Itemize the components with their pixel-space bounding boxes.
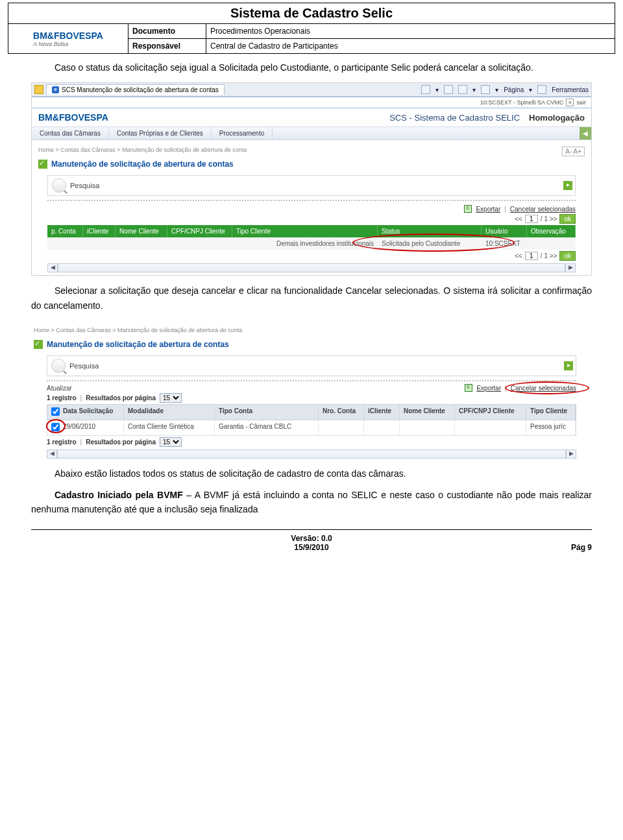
pager-top: << / 1 >> ok bbox=[47, 214, 576, 224]
col-icliente: iCliente bbox=[83, 225, 116, 237]
col-status: Status bbox=[378, 225, 482, 237]
count-label-2: 1 registro bbox=[47, 438, 77, 446]
tab-title: SCS Manutenção de solicitação de abertur… bbox=[62, 86, 219, 93]
count-label: 1 registro bbox=[47, 394, 77, 402]
app-header: BM&FBOVESPA SCS - Sistema de Cadastro SE… bbox=[32, 108, 591, 127]
meta-table: Documento Procedimentos Operacionais Res… bbox=[128, 24, 615, 53]
paragraph-1: Caso o status da solicitação seja igual … bbox=[31, 60, 592, 75]
meta-label-documento: Documento bbox=[128, 24, 206, 38]
tools-icon[interactable] bbox=[537, 85, 546, 94]
export-link-2[interactable]: Exportar bbox=[476, 385, 501, 392]
ie-icon: e bbox=[52, 86, 59, 93]
paragraph-3: Abaixo estão listados todos os status de… bbox=[31, 466, 592, 481]
scroll-right-icon[interactable]: ▶ bbox=[565, 263, 576, 272]
col-obs: Observação bbox=[527, 225, 576, 237]
expand-icon-2[interactable]: ▸ bbox=[564, 361, 573, 370]
results-label: Resultados por página bbox=[86, 394, 156, 402]
cell-status: Solicitada pelo Custodiante bbox=[378, 237, 482, 250]
pager-total: / 1 >> bbox=[541, 215, 557, 222]
results-label-2: Resultados por página bbox=[86, 438, 156, 446]
cell-tipoconta: Garantia - Câmara CBLC bbox=[215, 420, 319, 435]
homolog-label: Homologação bbox=[529, 113, 585, 123]
page-menu[interactable]: Página bbox=[504, 86, 524, 93]
pager-prev-2[interactable]: << bbox=[515, 252, 522, 259]
export-toolbar: Exportar | Cancelar selecionadas bbox=[47, 205, 576, 213]
mail-icon[interactable] bbox=[458, 85, 467, 94]
feed-icon[interactable] bbox=[444, 85, 453, 94]
meta-value-documento: Procedimentos Operacionais bbox=[206, 24, 615, 38]
app-logo: BM&FBOVESPA bbox=[38, 112, 108, 123]
favorites-icon[interactable] bbox=[34, 85, 43, 94]
grid-row[interactable]: Demais investidores institucionais Solic… bbox=[47, 237, 576, 250]
perpage-select[interactable]: 15 bbox=[160, 393, 182, 403]
pager-bottom: << / 1 >> ok bbox=[47, 251, 576, 261]
meta-label-responsavel: Responsável bbox=[128, 39, 206, 53]
col2-icliente: iCliente bbox=[364, 405, 400, 420]
paragraph-2: Selecionar a solicitação que deseja canc… bbox=[31, 283, 592, 313]
excel-icon bbox=[464, 205, 472, 213]
scrollbar-2[interactable]: ◀ ▶ bbox=[47, 450, 576, 459]
section-header: Manutenção de solicitação de abertura de… bbox=[32, 156, 562, 173]
grid2-row[interactable]: 29/06/2010 Conta Cliente Sintética Garan… bbox=[47, 420, 576, 436]
col2-tipoconta: Tipo Conta bbox=[215, 405, 319, 420]
scroll-right-icon-2[interactable]: ▶ bbox=[566, 450, 576, 459]
menu-contas-camaras[interactable]: Contas das Câmaras bbox=[32, 127, 109, 139]
cell-tipo-cliente: Demais investidores institucionais bbox=[232, 237, 378, 250]
pager-prev[interactable]: << bbox=[515, 215, 522, 222]
close-icon[interactable]: × bbox=[566, 99, 574, 106]
col2-nroconta: Nro. Conta bbox=[319, 405, 364, 420]
scroll-left-icon-2[interactable]: ◀ bbox=[47, 450, 57, 459]
app-menu: Contas das Câmaras Contas Próprias e de … bbox=[32, 127, 591, 140]
search-bar[interactable]: Pesquisa ▸ bbox=[47, 175, 576, 196]
paragraph-4: Cadastro Iniciado pela BVMF – A BVMF já … bbox=[31, 488, 592, 517]
paragraph-1-text: Caso o status da solicitação seja igual … bbox=[55, 62, 533, 73]
browser-tab[interactable]: e SCS Manutenção de solicitação de abert… bbox=[46, 84, 225, 95]
col2-cpf: CPF/CNPJ Cliente bbox=[455, 405, 526, 420]
pager-ok-button[interactable]: ok bbox=[559, 214, 576, 224]
breadcrumb-text: Home > Contas das Câmaras > Manutenção d… bbox=[38, 147, 247, 153]
perpage-select-2[interactable]: 15 bbox=[160, 437, 182, 447]
session-strip: 10:SCSEXT - Spinelli SA CVMC × sair bbox=[32, 97, 591, 108]
tools-menu[interactable]: Ferramentas bbox=[552, 86, 589, 93]
menu-processamento[interactable]: Processamento bbox=[212, 127, 273, 139]
search-label-2: Pesquisa bbox=[69, 362, 99, 370]
logo-main: BM&FBOVESPA bbox=[33, 30, 103, 41]
logo-cell: BM&FBOVESPA A Nova Bolsa bbox=[8, 24, 128, 53]
paragraph-2-text: Selecionar a solicitação que deseja canc… bbox=[31, 285, 592, 310]
scrollbar[interactable]: ◀ ▶ bbox=[47, 263, 576, 272]
col-tipo-cliente: Tipo Cliente bbox=[232, 225, 378, 237]
app-brand: BM&FBOVESPA bbox=[38, 112, 108, 123]
divider bbox=[47, 198, 576, 201]
ie-tab-bar: e SCS Manutenção de solicitação de abert… bbox=[32, 83, 591, 97]
results-info-top: 1 registro | Resultados por página 15 bbox=[47, 393, 576, 403]
paragraph-4-bold: Cadastro Iniciado pela BVMF bbox=[55, 490, 183, 500]
font-size-control[interactable]: A- A+ bbox=[562, 147, 585, 156]
section-title: Manutenção de solicitação de abertura de… bbox=[51, 160, 234, 169]
grid-header: p. Conta iCliente Nome Cliente CPF/CNPJ … bbox=[47, 225, 576, 237]
pager-page-input-2[interactable] bbox=[525, 252, 538, 260]
pager-ok-button-2[interactable]: ok bbox=[559, 251, 576, 261]
logout-link[interactable]: sair bbox=[576, 99, 586, 106]
cell-modalidade: Conta Cliente Sintética bbox=[124, 420, 215, 435]
session-info: 10:SCSEXT - Spinelli SA CVMC bbox=[480, 99, 563, 106]
search-bar-2[interactable]: Pesquisa ▸ bbox=[47, 355, 576, 376]
doc-title: Sistema de Cadastro Selic bbox=[8, 3, 615, 24]
col2-modalidade: Modalidade bbox=[124, 405, 215, 420]
menu-contas-clientes[interactable]: Contas Próprias e de Clientes bbox=[109, 127, 212, 139]
divider-2 bbox=[47, 379, 576, 381]
pager-page-input[interactable] bbox=[525, 215, 538, 223]
cancel-selected-link[interactable]: Cancelar selecionadas bbox=[510, 206, 576, 213]
col-conta: p. Conta bbox=[47, 225, 83, 237]
app-title: SCS - Sistema de Cadastro SELIC bbox=[389, 113, 520, 123]
scroll-left-icon[interactable]: ◀ bbox=[47, 263, 58, 272]
export-link[interactable]: Exportar bbox=[476, 206, 500, 213]
cancel-selected-link-2[interactable]: Cancelar selecionadas bbox=[511, 385, 576, 392]
print-icon[interactable] bbox=[481, 85, 490, 94]
expand-icon[interactable]: ▸ bbox=[563, 181, 572, 190]
breadcrumb-2: Home > Contas das Câmaras > Manutenção d… bbox=[31, 320, 592, 336]
col-cpf: CPF/CNPJ Cliente bbox=[167, 225, 232, 237]
footer: Versão: 0.0 15/9/2010 Pág 9 bbox=[31, 529, 592, 552]
home-icon[interactable] bbox=[421, 85, 430, 94]
atualizar-link[interactable]: Atualizar bbox=[47, 385, 72, 392]
menu-scroll-icon[interactable]: ◀ bbox=[580, 127, 591, 139]
